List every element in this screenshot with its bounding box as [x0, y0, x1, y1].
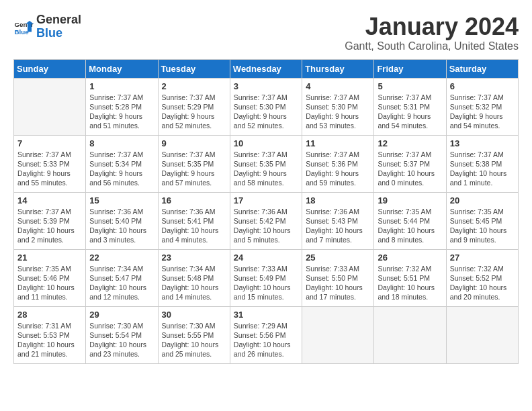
calendar-cell: 13Sunrise: 7:37 AM Sunset: 5:38 PM Dayli… [446, 135, 518, 192]
day-number: 31 [234, 310, 298, 320]
logo-icon: General Blue [13, 17, 34, 37]
cell-content: Sunrise: 7:30 AM Sunset: 5:55 PM Dayligh… [162, 321, 226, 359]
header-sunday: Sunday [14, 59, 86, 78]
day-number: 1 [89, 81, 154, 91]
cell-content: Sunrise: 7:37 AM Sunset: 5:39 PM Dayligh… [17, 207, 82, 245]
week-row-2: 7Sunrise: 7:37 AM Sunset: 5:33 PM Daylig… [14, 135, 519, 192]
header-tuesday: Tuesday [158, 59, 230, 78]
day-number: 14 [17, 195, 82, 205]
week-row-1: 1Sunrise: 7:37 AM Sunset: 5:28 PM Daylig… [14, 78, 519, 135]
calendar-cell: 11Sunrise: 7:37 AM Sunset: 5:36 PM Dayli… [302, 135, 374, 192]
calendar-cell: 4Sunrise: 7:37 AM Sunset: 5:30 PM Daylig… [302, 78, 374, 135]
logo-text: General Blue [36, 13, 81, 40]
calendar-cell: 25Sunrise: 7:33 AM Sunset: 5:50 PM Dayli… [302, 249, 374, 306]
cell-content: Sunrise: 7:37 AM Sunset: 5:29 PM Dayligh… [162, 93, 226, 131]
cell-content: Sunrise: 7:32 AM Sunset: 5:51 PM Dayligh… [378, 264, 442, 302]
day-number: 21 [17, 253, 82, 263]
cell-content: Sunrise: 7:35 AM Sunset: 5:46 PM Dayligh… [17, 264, 82, 302]
day-number: 2 [162, 81, 226, 91]
calendar-cell [14, 78, 86, 135]
cell-content: Sunrise: 7:35 AM Sunset: 5:45 PM Dayligh… [450, 207, 515, 245]
day-number: 12 [378, 138, 442, 148]
header-monday: Monday [86, 59, 158, 78]
calendar-cell: 18Sunrise: 7:36 AM Sunset: 5:43 PM Dayli… [302, 192, 374, 249]
header-saturday: Saturday [446, 59, 518, 78]
cell-content: Sunrise: 7:37 AM Sunset: 5:36 PM Dayligh… [306, 150, 370, 188]
cell-content: Sunrise: 7:37 AM Sunset: 5:38 PM Dayligh… [450, 150, 515, 188]
calendar-cell: 19Sunrise: 7:35 AM Sunset: 5:44 PM Dayli… [374, 192, 446, 249]
calendar-header-row: SundayMondayTuesdayWednesdayThursdayFrid… [14, 59, 519, 78]
calendar-cell: 3Sunrise: 7:37 AM Sunset: 5:30 PM Daylig… [230, 78, 302, 135]
cell-content: Sunrise: 7:34 AM Sunset: 5:47 PM Dayligh… [89, 264, 154, 302]
day-number: 25 [306, 253, 370, 263]
cell-content: Sunrise: 7:32 AM Sunset: 5:52 PM Dayligh… [450, 264, 515, 302]
calendar-cell: 31Sunrise: 7:29 AM Sunset: 5:56 PM Dayli… [230, 306, 302, 363]
cell-content: Sunrise: 7:37 AM Sunset: 5:34 PM Dayligh… [89, 150, 154, 188]
cell-content: Sunrise: 7:37 AM Sunset: 5:33 PM Dayligh… [17, 150, 82, 188]
day-number: 16 [162, 195, 226, 205]
day-number: 27 [450, 253, 515, 263]
cell-content: Sunrise: 7:35 AM Sunset: 5:44 PM Dayligh… [378, 207, 442, 245]
day-number: 15 [89, 195, 154, 205]
cell-content: Sunrise: 7:37 AM Sunset: 5:30 PM Dayligh… [306, 93, 370, 131]
title-block: January 2024 Gantt, South Carolina, Unit… [345, 13, 519, 52]
cell-content: Sunrise: 7:37 AM Sunset: 5:32 PM Dayligh… [450, 93, 515, 131]
header-thursday: Thursday [302, 59, 374, 78]
calendar-cell: 16Sunrise: 7:36 AM Sunset: 5:41 PM Dayli… [158, 192, 230, 249]
calendar-cell: 9Sunrise: 7:37 AM Sunset: 5:35 PM Daylig… [158, 135, 230, 192]
cell-content: Sunrise: 7:36 AM Sunset: 5:43 PM Dayligh… [306, 207, 370, 245]
calendar-cell: 5Sunrise: 7:37 AM Sunset: 5:31 PM Daylig… [374, 78, 446, 135]
cell-content: Sunrise: 7:37 AM Sunset: 5:35 PM Dayligh… [234, 150, 298, 188]
header-friday: Friday [374, 59, 446, 78]
day-number: 3 [234, 81, 298, 91]
calendar-cell: 21Sunrise: 7:35 AM Sunset: 5:46 PM Dayli… [14, 249, 86, 306]
cell-content: Sunrise: 7:29 AM Sunset: 5:56 PM Dayligh… [234, 321, 298, 359]
cell-content: Sunrise: 7:36 AM Sunset: 5:41 PM Dayligh… [162, 207, 226, 245]
day-number: 26 [378, 253, 442, 263]
page-header: General Blue General Blue January 2024 G… [13, 13, 519, 52]
cell-content: Sunrise: 7:36 AM Sunset: 5:40 PM Dayligh… [89, 207, 154, 245]
day-number: 9 [162, 138, 226, 148]
day-number: 11 [306, 138, 370, 148]
day-number: 7 [17, 138, 82, 148]
svg-text:Blue: Blue [15, 28, 30, 35]
cell-content: Sunrise: 7:37 AM Sunset: 5:31 PM Dayligh… [378, 93, 442, 131]
calendar-cell: 22Sunrise: 7:34 AM Sunset: 5:47 PM Dayli… [86, 249, 158, 306]
day-number: 17 [234, 195, 298, 205]
calendar-cell: 6Sunrise: 7:37 AM Sunset: 5:32 PM Daylig… [446, 78, 518, 135]
day-number: 30 [162, 310, 226, 320]
calendar-table: SundayMondayTuesdayWednesdayThursdayFrid… [13, 59, 519, 364]
day-number: 24 [234, 253, 298, 263]
cell-content: Sunrise: 7:31 AM Sunset: 5:53 PM Dayligh… [17, 321, 82, 359]
day-number: 20 [450, 195, 515, 205]
day-number: 5 [378, 81, 442, 91]
location-subtitle: Gantt, South Carolina, United States [345, 40, 519, 52]
week-row-5: 28Sunrise: 7:31 AM Sunset: 5:53 PM Dayli… [14, 306, 519, 363]
day-number: 28 [17, 310, 82, 320]
calendar-cell: 30Sunrise: 7:30 AM Sunset: 5:55 PM Dayli… [158, 306, 230, 363]
calendar-cell: 29Sunrise: 7:30 AM Sunset: 5:54 PM Dayli… [86, 306, 158, 363]
day-number: 10 [234, 138, 298, 148]
calendar-cell: 12Sunrise: 7:37 AM Sunset: 5:37 PM Dayli… [374, 135, 446, 192]
cell-content: Sunrise: 7:37 AM Sunset: 5:37 PM Dayligh… [378, 150, 442, 188]
cell-content: Sunrise: 7:37 AM Sunset: 5:30 PM Dayligh… [234, 93, 298, 131]
calendar-cell: 7Sunrise: 7:37 AM Sunset: 5:33 PM Daylig… [14, 135, 86, 192]
calendar-cell: 23Sunrise: 7:34 AM Sunset: 5:48 PM Dayli… [158, 249, 230, 306]
cell-content: Sunrise: 7:37 AM Sunset: 5:28 PM Dayligh… [89, 93, 154, 131]
calendar-cell [446, 306, 518, 363]
calendar-cell [302, 306, 374, 363]
header-wednesday: Wednesday [230, 59, 302, 78]
cell-content: Sunrise: 7:34 AM Sunset: 5:48 PM Dayligh… [162, 264, 226, 302]
cell-content: Sunrise: 7:33 AM Sunset: 5:50 PM Dayligh… [306, 264, 370, 302]
calendar-cell: 10Sunrise: 7:37 AM Sunset: 5:35 PM Dayli… [230, 135, 302, 192]
day-number: 18 [306, 195, 370, 205]
day-number: 6 [450, 81, 515, 91]
calendar-cell: 24Sunrise: 7:33 AM Sunset: 5:49 PM Dayli… [230, 249, 302, 306]
calendar-cell [374, 306, 446, 363]
calendar-cell: 15Sunrise: 7:36 AM Sunset: 5:40 PM Dayli… [86, 192, 158, 249]
week-row-4: 21Sunrise: 7:35 AM Sunset: 5:46 PM Dayli… [14, 249, 519, 306]
calendar-cell: 28Sunrise: 7:31 AM Sunset: 5:53 PM Dayli… [14, 306, 86, 363]
calendar-cell: 27Sunrise: 7:32 AM Sunset: 5:52 PM Dayli… [446, 249, 518, 306]
week-row-3: 14Sunrise: 7:37 AM Sunset: 5:39 PM Dayli… [14, 192, 519, 249]
cell-content: Sunrise: 7:36 AM Sunset: 5:42 PM Dayligh… [234, 207, 298, 245]
